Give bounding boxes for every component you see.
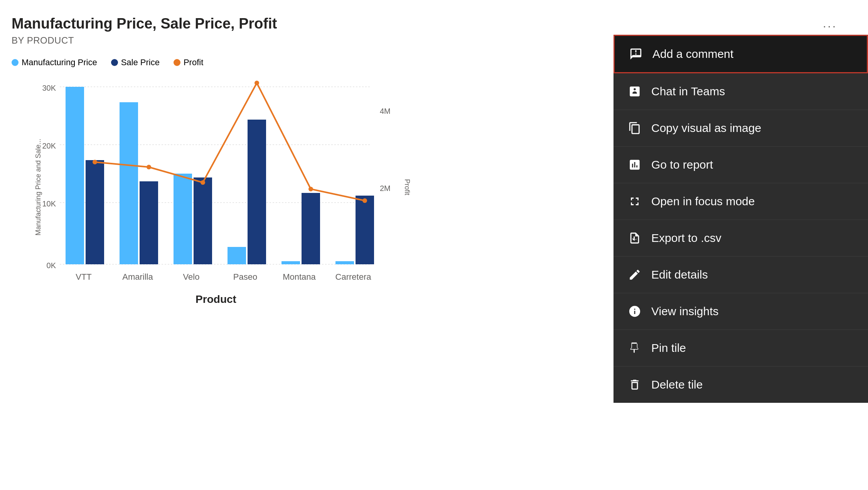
menu-label-add-comment: Add a comment — [652, 47, 733, 61]
menu-item-view-insights[interactable]: View insights — [613, 293, 868, 330]
profit-dot-carretera — [362, 198, 367, 203]
profit-dot-velo — [201, 180, 205, 185]
delete-icon — [627, 377, 642, 392]
profit-dot-paseo — [255, 81, 259, 85]
svg-text:Paseo: Paseo — [233, 272, 257, 282]
teams-icon — [627, 84, 642, 99]
svg-text:20K: 20K — [42, 142, 56, 150]
legend-label-sale: Sale Price — [121, 57, 160, 68]
bar-velo-manufacturing[interactable] — [174, 174, 192, 264]
more-options-button[interactable]: ··· — [823, 19, 837, 32]
bar-paseo-sale[interactable] — [248, 120, 266, 264]
bar-montana-sale[interactable] — [302, 193, 320, 264]
legend-manufacturing: Manufacturing Price — [12, 57, 97, 68]
bar-velo-sale[interactable] — [194, 177, 212, 264]
chart-title: Manufacturing Price, Sale Price, Profit — [12, 15, 397, 32]
insights-icon — [627, 304, 642, 319]
legend-sale: Sale Price — [111, 57, 160, 68]
profit-dot-montana — [308, 187, 313, 191]
profit-dot-amarilla — [147, 165, 151, 169]
edit-icon — [627, 267, 642, 282]
menu-label-export-csv: Export to .csv — [651, 231, 721, 245]
chart-container: Manufacturing Price, Sale Price, Profit … — [0, 0, 409, 490]
focus-icon — [627, 194, 642, 209]
bar-carretera-manufacturing[interactable] — [335, 261, 354, 264]
svg-text:10K: 10K — [42, 199, 56, 208]
legend-dot-manufacturing — [12, 59, 19, 66]
svg-text:2M: 2M — [380, 184, 391, 193]
bar-amarilla-manufacturing[interactable] — [120, 102, 138, 264]
menu-label-delete-tile: Delete tile — [651, 378, 703, 391]
svg-text:Velo: Velo — [183, 272, 200, 282]
legend-label-profit: Profit — [184, 57, 203, 68]
bar-vtt-sale[interactable] — [86, 160, 104, 264]
menu-item-delete-tile[interactable]: Delete tile — [613, 367, 868, 403]
pin-icon — [627, 341, 642, 355]
bar-vtt-manufacturing[interactable] — [66, 87, 84, 264]
svg-text:Amarilla: Amarilla — [122, 272, 153, 282]
bar-amarilla-sale[interactable] — [140, 181, 158, 264]
bar-paseo-manufacturing[interactable] — [228, 247, 246, 264]
context-menu: Add a comment Chat in Teams Copy visual … — [613, 35, 868, 403]
profit-dot-vtt — [93, 160, 97, 164]
menu-item-go-to-report[interactable]: Go to report — [613, 147, 868, 183]
svg-text:0K: 0K — [47, 261, 56, 270]
menu-item-pin-tile[interactable]: Pin tile — [613, 330, 868, 367]
menu-item-open-focus[interactable]: Open in focus mode — [613, 183, 868, 220]
svg-text:Profit: Profit — [403, 179, 411, 195]
legend-profit: Profit — [174, 57, 203, 68]
legend-dot-profit — [174, 59, 180, 66]
report-icon — [627, 157, 642, 172]
svg-text:VTT: VTT — [76, 272, 92, 282]
svg-text:4M: 4M — [380, 107, 391, 115]
menu-item-add-comment[interactable]: Add a comment — [613, 35, 868, 73]
comment-icon — [629, 47, 643, 61]
svg-text:Product: Product — [196, 293, 236, 305]
menu-label-pin-tile: Pin tile — [651, 341, 686, 355]
menu-label-open-focus: Open in focus mode — [651, 195, 755, 208]
legend-label-manufacturing: Manufacturing Price — [22, 57, 97, 68]
copy-icon — [627, 121, 642, 135]
menu-label-go-to-report: Go to report — [651, 158, 713, 171]
menu-item-chat-teams[interactable]: Chat in Teams — [613, 73, 868, 110]
bar-carretera-sale[interactable] — [356, 196, 374, 264]
menu-label-edit-details: Edit details — [651, 268, 708, 281]
chart-svg: 30K 20K 10K 0K 4M 2M Manufacturing Price… — [35, 79, 413, 357]
chart-legend: Manufacturing Price Sale Price Profit — [12, 57, 397, 68]
menu-label-view-insights: View insights — [651, 305, 719, 318]
svg-text:Montana: Montana — [283, 272, 316, 282]
svg-text:Manufacturing Price and Sale..: Manufacturing Price and Sale... — [35, 139, 42, 235]
menu-label-copy-visual: Copy visual as image — [651, 122, 761, 135]
legend-dot-sale — [111, 59, 118, 66]
chart-subtitle: BY PRODUCT — [12, 35, 397, 46]
svg-text:30K: 30K — [42, 84, 56, 92]
menu-item-export-csv[interactable]: Export to .csv — [613, 220, 868, 257]
menu-item-copy-visual[interactable]: Copy visual as image — [613, 110, 868, 147]
menu-item-edit-details[interactable]: Edit details — [613, 257, 868, 293]
bar-montana-manufacturing[interactable] — [281, 261, 300, 264]
export-icon — [627, 231, 642, 245]
menu-label-chat-teams: Chat in Teams — [651, 85, 725, 98]
svg-text:Carretera: Carretera — [335, 272, 372, 282]
